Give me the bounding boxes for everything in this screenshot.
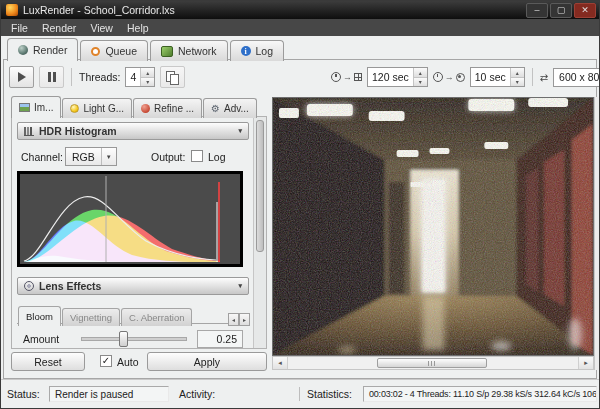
luxrender-logo-icon bbox=[6, 4, 18, 16]
histogram-icon bbox=[24, 127, 34, 136]
tab-light-groups[interactable]: Light G... bbox=[62, 98, 132, 118]
scroll-right-icon[interactable]: ▸ bbox=[578, 357, 593, 369]
histogram-plot bbox=[17, 171, 243, 267]
scroll-left-icon[interactable]: ◂ bbox=[273, 357, 288, 369]
output-label: Output: bbox=[151, 151, 185, 163]
write-interval-spinbox[interactable]: 120 sec ▴▾ bbox=[367, 67, 428, 87]
spin-down-icon[interactable]: ▾ bbox=[511, 77, 524, 87]
window-controls: – ▢ ✕ bbox=[526, 3, 596, 18]
threads-value: 4 bbox=[126, 68, 140, 86]
queue-tab-icon bbox=[91, 47, 100, 56]
collapse-arrow-icon[interactable]: ▾ bbox=[238, 282, 242, 290]
lightbulb-icon bbox=[70, 104, 79, 113]
menubar: File Render View Help bbox=[1, 19, 599, 36]
scroll-right-icon[interactable]: ▸ bbox=[239, 313, 250, 326]
amount-value-field[interactable]: 0.25 bbox=[197, 330, 243, 348]
scrollbar-thumb[interactable] bbox=[377, 358, 487, 368]
display-interval-arrows[interactable]: ▴▾ bbox=[510, 68, 524, 86]
toolbar-right: → 120 sec ▴▾ → 10 sec ▴▾ ⇄ 600 x 800 100… bbox=[331, 65, 600, 89]
amount-slider-groove[interactable] bbox=[81, 337, 187, 341]
film-icon bbox=[354, 73, 362, 81]
spin-up-icon[interactable]: ▴ bbox=[414, 68, 427, 77]
pause-render-button[interactable] bbox=[39, 66, 64, 88]
auto-checkbox[interactable] bbox=[100, 355, 112, 367]
activity-label: Activity: bbox=[179, 388, 215, 400]
tab-advanced[interactable]: ⚙ Adv... bbox=[203, 98, 257, 118]
tab-aberration[interactable]: C. Aberration bbox=[121, 308, 192, 326]
tab-network-label: Network bbox=[178, 45, 217, 57]
lens-effects-header[interactable]: Lens Effects ▾ bbox=[17, 277, 249, 295]
statusbar-divider bbox=[299, 387, 300, 401]
statistics-value-field: 00:03:02 - 4 Threads: 11.10 S/p 29.38 kS… bbox=[363, 386, 597, 402]
menu-file[interactable]: File bbox=[4, 21, 35, 35]
apply-button[interactable]: Apply bbox=[147, 352, 267, 371]
clock-icon bbox=[433, 72, 443, 82]
titlebar: LuxRender - School_Corridor.lxs – ▢ ✕ bbox=[1, 1, 599, 19]
lens-icon bbox=[24, 281, 34, 291]
tab-light-groups-label: Light G... bbox=[83, 103, 124, 114]
tab-render[interactable]: Render bbox=[7, 38, 78, 61]
scroll-left-icon[interactable]: ◂ bbox=[228, 313, 239, 326]
reset-button[interactable]: Reset bbox=[11, 352, 85, 371]
status-label: Status: bbox=[7, 388, 40, 400]
tab-vignetting[interactable]: Vignetting bbox=[62, 308, 120, 326]
write-interval-arrows[interactable]: ▴▾ bbox=[413, 68, 427, 86]
threads-spinbox[interactable]: 4 ▴▾ bbox=[125, 67, 155, 87]
panel-scrollbar-thumb[interactable] bbox=[256, 120, 264, 252]
write-interval-icon: → bbox=[331, 72, 362, 82]
display-interval-spinbox[interactable]: 10 sec ▴▾ bbox=[470, 67, 525, 87]
lens-effects-title: Lens Effects bbox=[39, 280, 101, 292]
eye-icon bbox=[456, 73, 465, 82]
copy-to-clipboard-button[interactable] bbox=[160, 66, 185, 88]
spin-up-icon[interactable]: ▴ bbox=[511, 68, 524, 77]
tab-refine[interactable]: Refine ... bbox=[133, 98, 202, 118]
threads-spin-arrows[interactable]: ▴▾ bbox=[140, 68, 154, 86]
histogram-curves bbox=[20, 174, 240, 264]
log-tab-icon: i bbox=[241, 46, 251, 56]
resolution-icon: ⇄ bbox=[540, 72, 548, 83]
menu-help[interactable]: Help bbox=[120, 21, 156, 35]
tab-imaging-label: Im... bbox=[34, 102, 53, 113]
minimize-button[interactable]: – bbox=[526, 3, 548, 18]
render-tab-icon bbox=[18, 45, 28, 55]
render-preview[interactable] bbox=[272, 97, 594, 356]
arrow-right-icon: → bbox=[445, 72, 454, 82]
tab-network[interactable]: Network bbox=[150, 40, 228, 61]
panel-scrollbar[interactable] bbox=[253, 117, 266, 348]
tab-log[interactable]: i Log bbox=[230, 40, 285, 61]
menu-render[interactable]: Render bbox=[35, 21, 83, 35]
spin-down-icon[interactable]: ▾ bbox=[141, 77, 154, 87]
refine-brush-icon bbox=[141, 104, 150, 113]
hdr-histogram-title: HDR Histogram bbox=[39, 125, 117, 137]
gear-icon: ⚙ bbox=[211, 104, 220, 114]
spin-up-icon[interactable]: ▴ bbox=[141, 68, 154, 77]
pause-icon bbox=[48, 72, 56, 82]
maximize-button[interactable]: ▢ bbox=[550, 3, 572, 18]
write-interval-value: 120 sec bbox=[368, 68, 413, 86]
arrow-right-icon: → bbox=[343, 72, 352, 82]
render-horizontal-scrollbar[interactable]: ◂ ▸ bbox=[272, 356, 594, 370]
menu-view[interactable]: View bbox=[83, 21, 120, 35]
toolbar-separator bbox=[71, 68, 72, 86]
image-icon bbox=[19, 103, 30, 112]
resume-render-button[interactable] bbox=[9, 66, 34, 88]
status-value-field: Render is paused bbox=[49, 386, 169, 402]
display-interval-value: 10 sec bbox=[471, 68, 510, 86]
spin-down-icon[interactable]: ▾ bbox=[414, 77, 427, 87]
hdr-histogram-header[interactable]: HDR Histogram ▾ bbox=[17, 122, 249, 140]
channel-combobox[interactable]: RGB ▼ bbox=[65, 147, 117, 166]
network-tab-icon bbox=[161, 46, 173, 57]
amount-slider-handle[interactable] bbox=[119, 331, 128, 347]
tab-queue[interactable]: Queue bbox=[80, 40, 148, 61]
log-checkbox[interactable] bbox=[191, 150, 203, 162]
statusbar: Status: Render is paused Activity: Stati… bbox=[1, 379, 599, 408]
toolbar-left: Threads: 4 ▴▾ bbox=[9, 65, 185, 89]
collapse-arrow-icon[interactable]: ▾ bbox=[238, 127, 242, 135]
tab-bloom[interactable]: Bloom bbox=[18, 306, 61, 326]
toolbar-separator bbox=[532, 68, 533, 86]
tab-queue-label: Queue bbox=[105, 45, 137, 57]
threads-label: Threads: bbox=[79, 71, 120, 83]
close-button[interactable]: ✕ bbox=[574, 3, 596, 18]
tab-imaging[interactable]: Im... bbox=[11, 96, 61, 118]
render-vertical-scrollbar[interactable] bbox=[594, 97, 600, 370]
